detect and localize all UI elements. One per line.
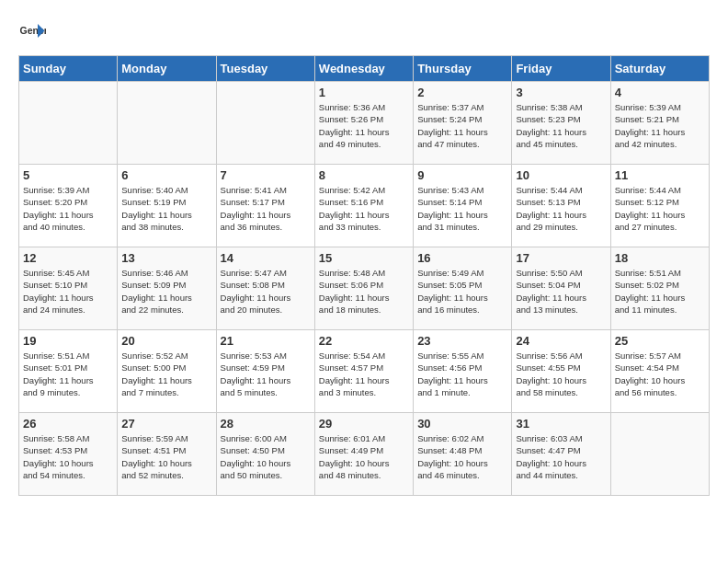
day-number: 2 bbox=[417, 86, 507, 99]
day-info: Sunrise: 5:47 AM Sunset: 5:08 PM Dayligh… bbox=[221, 267, 311, 316]
day-info: Sunrise: 5:59 AM Sunset: 4:51 PM Dayligh… bbox=[121, 432, 211, 481]
day-cell: 21Sunrise: 5:53 AM Sunset: 4:59 PM Dayli… bbox=[216, 330, 314, 413]
day-cell: 11Sunrise: 5:44 AM Sunset: 5:12 PM Dayli… bbox=[610, 165, 709, 247]
day-number: 11 bbox=[615, 168, 705, 182]
day-cell: 15Sunrise: 5:48 AM Sunset: 5:06 PM Dayli… bbox=[314, 247, 413, 330]
day-info: Sunrise: 5:37 AM Sunset: 5:24 PM Dayligh… bbox=[417, 101, 507, 150]
day-number: 30 bbox=[417, 417, 507, 431]
day-cell: 29Sunrise: 6:01 AM Sunset: 4:49 PM Dayli… bbox=[314, 413, 413, 496]
day-cell: 12Sunrise: 5:45 AM Sunset: 5:10 PM Dayli… bbox=[19, 247, 118, 330]
day-number: 7 bbox=[221, 168, 311, 182]
day-info: Sunrise: 5:44 AM Sunset: 5:12 PM Dayligh… bbox=[615, 184, 705, 233]
day-number: 12 bbox=[23, 251, 113, 265]
day-number: 8 bbox=[319, 168, 409, 182]
day-info: Sunrise: 5:41 AM Sunset: 5:17 PM Dayligh… bbox=[221, 184, 311, 233]
dow-tuesday: Tuesday bbox=[216, 56, 314, 82]
day-cell: 23Sunrise: 5:55 AM Sunset: 4:56 PM Dayli… bbox=[414, 330, 512, 413]
day-info: Sunrise: 6:03 AM Sunset: 4:47 PM Dayligh… bbox=[516, 432, 606, 481]
day-number: 19 bbox=[23, 334, 113, 348]
day-cell: 26Sunrise: 5:58 AM Sunset: 4:53 PM Dayli… bbox=[19, 413, 118, 496]
day-cell: 24Sunrise: 5:56 AM Sunset: 4:55 PM Dayli… bbox=[512, 330, 610, 413]
day-number: 31 bbox=[516, 417, 606, 431]
day-number: 18 bbox=[615, 251, 705, 265]
page-header: General bbox=[18, 18, 710, 46]
day-number: 29 bbox=[319, 417, 409, 431]
day-cell: 30Sunrise: 6:02 AM Sunset: 4:48 PM Dayli… bbox=[414, 413, 512, 496]
day-info: Sunrise: 5:39 AM Sunset: 5:20 PM Dayligh… bbox=[23, 184, 113, 233]
day-cell: 28Sunrise: 6:00 AM Sunset: 4:50 PM Dayli… bbox=[216, 413, 314, 496]
calendar-table: SundayMondayTuesdayWednesdayThursdayFrid… bbox=[18, 55, 710, 496]
day-cell: 10Sunrise: 5:44 AM Sunset: 5:13 PM Dayli… bbox=[512, 165, 610, 247]
day-info: Sunrise: 5:39 AM Sunset: 5:21 PM Dayligh… bbox=[615, 101, 705, 150]
week-row-3: 12Sunrise: 5:45 AM Sunset: 5:10 PM Dayli… bbox=[19, 247, 710, 330]
day-cell: 14Sunrise: 5:47 AM Sunset: 5:08 PM Dayli… bbox=[216, 247, 314, 330]
day-cell: 1Sunrise: 5:36 AM Sunset: 5:26 PM Daylig… bbox=[314, 82, 413, 165]
dow-monday: Monday bbox=[118, 56, 216, 82]
day-number: 16 bbox=[417, 251, 507, 265]
day-number: 27 bbox=[121, 417, 211, 431]
day-cell bbox=[118, 82, 216, 165]
day-cell: 19Sunrise: 5:51 AM Sunset: 5:01 PM Dayli… bbox=[19, 330, 118, 413]
day-info: Sunrise: 5:48 AM Sunset: 5:06 PM Dayligh… bbox=[319, 267, 409, 316]
day-info: Sunrise: 5:45 AM Sunset: 5:10 PM Dayligh… bbox=[23, 267, 113, 316]
day-number: 25 bbox=[615, 334, 705, 348]
day-number: 21 bbox=[221, 334, 311, 348]
day-info: Sunrise: 5:56 AM Sunset: 4:55 PM Dayligh… bbox=[516, 350, 606, 398]
day-number: 3 bbox=[516, 86, 606, 99]
day-info: Sunrise: 5:55 AM Sunset: 4:56 PM Dayligh… bbox=[417, 350, 507, 398]
day-cell: 4Sunrise: 5:39 AM Sunset: 5:21 PM Daylig… bbox=[610, 82, 709, 165]
day-info: Sunrise: 5:42 AM Sunset: 5:16 PM Dayligh… bbox=[319, 184, 409, 233]
day-number: 28 bbox=[221, 417, 311, 431]
week-row-1: 1Sunrise: 5:36 AM Sunset: 5:26 PM Daylig… bbox=[19, 82, 710, 165]
day-info: Sunrise: 5:50 AM Sunset: 5:04 PM Dayligh… bbox=[516, 267, 606, 316]
day-cell: 17Sunrise: 5:50 AM Sunset: 5:04 PM Dayli… bbox=[512, 247, 610, 330]
day-info: Sunrise: 5:51 AM Sunset: 5:01 PM Dayligh… bbox=[23, 350, 113, 398]
day-number: 10 bbox=[516, 168, 606, 182]
day-cell: 31Sunrise: 6:03 AM Sunset: 4:47 PM Dayli… bbox=[512, 413, 610, 496]
day-info: Sunrise: 5:49 AM Sunset: 5:05 PM Dayligh… bbox=[417, 267, 507, 316]
day-info: Sunrise: 5:53 AM Sunset: 4:59 PM Dayligh… bbox=[221, 350, 311, 398]
day-cell: 3Sunrise: 5:38 AM Sunset: 5:23 PM Daylig… bbox=[512, 82, 610, 165]
day-number: 24 bbox=[516, 334, 606, 348]
day-info: Sunrise: 5:58 AM Sunset: 4:53 PM Dayligh… bbox=[23, 432, 113, 481]
day-cell: 25Sunrise: 5:57 AM Sunset: 4:54 PM Dayli… bbox=[610, 330, 709, 413]
day-number: 9 bbox=[417, 168, 507, 182]
logo-icon: General bbox=[18, 18, 46, 46]
day-info: Sunrise: 5:36 AM Sunset: 5:26 PM Dayligh… bbox=[319, 101, 409, 150]
dow-sunday: Sunday bbox=[19, 56, 118, 82]
day-info: Sunrise: 6:02 AM Sunset: 4:48 PM Dayligh… bbox=[417, 432, 507, 481]
day-info: Sunrise: 5:43 AM Sunset: 5:14 PM Dayligh… bbox=[417, 184, 507, 233]
day-info: Sunrise: 5:51 AM Sunset: 5:02 PM Dayligh… bbox=[615, 267, 705, 316]
day-cell bbox=[19, 82, 118, 165]
day-info: Sunrise: 5:54 AM Sunset: 4:57 PM Dayligh… bbox=[319, 350, 409, 398]
day-info: Sunrise: 6:01 AM Sunset: 4:49 PM Dayligh… bbox=[319, 432, 409, 481]
dow-thursday: Thursday bbox=[414, 56, 512, 82]
day-number: 20 bbox=[121, 334, 211, 348]
day-number: 23 bbox=[417, 334, 507, 348]
day-cell: 22Sunrise: 5:54 AM Sunset: 4:57 PM Dayli… bbox=[314, 330, 413, 413]
day-cell: 27Sunrise: 5:59 AM Sunset: 4:51 PM Dayli… bbox=[118, 413, 216, 496]
logo: General bbox=[18, 18, 50, 46]
day-info: Sunrise: 5:38 AM Sunset: 5:23 PM Dayligh… bbox=[516, 101, 606, 150]
dow-friday: Friday bbox=[512, 56, 610, 82]
day-info: Sunrise: 6:00 AM Sunset: 4:50 PM Dayligh… bbox=[221, 432, 311, 481]
day-cell: 18Sunrise: 5:51 AM Sunset: 5:02 PM Dayli… bbox=[610, 247, 709, 330]
day-cell: 8Sunrise: 5:42 AM Sunset: 5:16 PM Daylig… bbox=[314, 165, 413, 247]
day-number: 4 bbox=[615, 86, 705, 99]
day-cell: 9Sunrise: 5:43 AM Sunset: 5:14 PM Daylig… bbox=[414, 165, 512, 247]
day-cell: 7Sunrise: 5:41 AM Sunset: 5:17 PM Daylig… bbox=[216, 165, 314, 247]
day-info: Sunrise: 5:46 AM Sunset: 5:09 PM Dayligh… bbox=[121, 267, 211, 316]
day-cell bbox=[216, 82, 314, 165]
day-number: 15 bbox=[319, 251, 409, 265]
day-info: Sunrise: 5:44 AM Sunset: 5:13 PM Dayligh… bbox=[516, 184, 606, 233]
day-number: 17 bbox=[516, 251, 606, 265]
day-cell: 16Sunrise: 5:49 AM Sunset: 5:05 PM Dayli… bbox=[414, 247, 512, 330]
day-info: Sunrise: 5:52 AM Sunset: 5:00 PM Dayligh… bbox=[121, 350, 211, 398]
day-cell: 13Sunrise: 5:46 AM Sunset: 5:09 PM Dayli… bbox=[118, 247, 216, 330]
day-cell: 20Sunrise: 5:52 AM Sunset: 5:00 PM Dayli… bbox=[118, 330, 216, 413]
week-row-4: 19Sunrise: 5:51 AM Sunset: 5:01 PM Dayli… bbox=[19, 330, 710, 413]
day-number: 1 bbox=[319, 86, 409, 99]
day-number: 6 bbox=[121, 168, 211, 182]
day-cell: 6Sunrise: 5:40 AM Sunset: 5:19 PM Daylig… bbox=[118, 165, 216, 247]
day-number: 14 bbox=[221, 251, 311, 265]
